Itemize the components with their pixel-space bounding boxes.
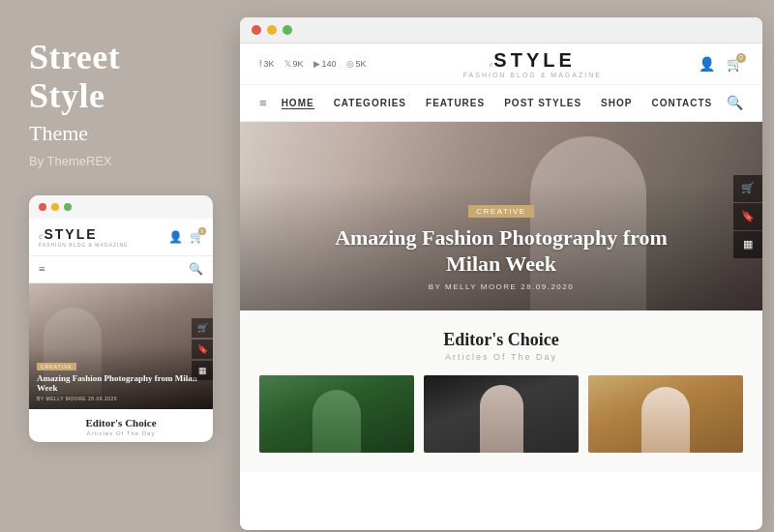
mobile-hero-overlay: CREATIVE Amazing Fashion Photography fro… — [29, 347, 213, 410]
mobile-user-icon[interactable]: 👤 — [168, 230, 182, 244]
social-youtube[interactable]: ▶ 140 — [313, 59, 337, 69]
article-image-3 — [588, 375, 743, 453]
mobile-logo-text: STYLE — [44, 226, 97, 242]
mobile-header: e STYLE FASHION BLOG & MAGAZINE 👤 🛒 0 — [29, 219, 213, 256]
left-panel: Street Style Theme By ThemeREX e STYLE F… — [0, 0, 232, 532]
mobile-creative-badge: CREATIVE — [37, 363, 76, 370]
desktop-nav: ≡ HOME CATEGORIES FEATURES POST STYLES S… — [240, 85, 762, 122]
mobile-hero: CREATIVE Amazing Fashion Photography fro… — [29, 283, 213, 409]
hamburger-icon[interactable]: ≡ — [259, 96, 267, 111]
mobile-logo-area: e STYLE FASHION BLOG & MAGAZINE — [39, 226, 128, 248]
mobile-editors-title: Editor's Choice — [29, 409, 213, 430]
theme-title: Street Style — [29, 39, 120, 115]
social-links: f 3K 𝕏 9K ▶ 140 ◎ 5K — [259, 59, 367, 69]
article-card-2[interactable] — [424, 375, 579, 453]
twitter-icon: 𝕏 — [284, 59, 291, 69]
mobile-hero-title: Amazing Fashion Photography from Milan W… — [37, 373, 205, 395]
article-card-1[interactable] — [259, 375, 414, 453]
nav-categories[interactable]: CATEGORIES — [334, 98, 406, 108]
logo-italic-mark: e — [490, 60, 493, 69]
nav-links: HOME CATEGORIES FEATURES POST STYLES SHO… — [282, 98, 713, 109]
nav-features[interactable]: FEATURES — [426, 98, 485, 108]
desktop-sidebar-icons: 🛒 🔖 ▦ — [733, 175, 762, 258]
mobile-dot-red — [39, 203, 46, 211]
desktop-logo-area: e STYLE FASHION BLOG & MAGAZINE — [463, 49, 602, 78]
desktop-side-icon-share[interactable]: 🛒 — [733, 175, 762, 202]
mobile-nav-bar: ≡ 🔍 — [29, 256, 213, 283]
mobile-mockup: e STYLE FASHION BLOG & MAGAZINE 👤 🛒 0 ≡ … — [29, 195, 213, 442]
nav-post-styles[interactable]: POST STYLES — [504, 98, 581, 108]
desktop-logo-text: STYLE — [493, 49, 575, 72]
editors-choice-subtitle: Articles Of The Day — [259, 352, 743, 362]
instagram-icon: ◎ — [346, 59, 354, 69]
editors-choice-section: Editor's Choice Articles Of The Day — [240, 310, 762, 472]
desktop-top-strip: f 3K 𝕏 9K ▶ 140 ◎ 5K e — [240, 44, 762, 85]
editors-choice-title: Editor's Choice — [259, 330, 743, 350]
mobile-top-bar — [29, 195, 213, 219]
article-image-1 — [259, 375, 414, 453]
mobile-hero-meta: BY MELLY MOORE 28.09.2020 — [37, 396, 205, 401]
desktop-hero-meta: BY MELLY MOORE 28.09.2020 — [269, 282, 733, 291]
nav-home[interactable]: HOME — [282, 98, 314, 109]
desktop-site: f 3K 𝕏 9K ▶ 140 ◎ 5K e — [240, 44, 762, 529]
social-twitter[interactable]: 𝕏 9K — [284, 59, 304, 69]
browser-dot-green[interactable] — [283, 25, 292, 35]
facebook-icon: f — [259, 59, 262, 69]
mobile-side-icon-grid[interactable]: ▦ — [192, 361, 213, 380]
desktop-header-icons: 👤 🛒 0 — [699, 56, 743, 73]
mobile-search-icon[interactable]: 🔍 — [189, 262, 203, 277]
mobile-header-icons: 👤 🛒 0 — [168, 230, 203, 244]
desktop-side-icon-grid[interactable]: ▦ — [733, 231, 762, 258]
desktop-cart-icon[interactable]: 🛒 0 — [727, 56, 743, 73]
mobile-cart-icon[interactable]: 🛒 0 — [190, 230, 203, 244]
social-instagram[interactable]: ◎ 5K — [346, 59, 367, 69]
article-grid — [259, 375, 743, 453]
nav-contacts[interactable]: CONTACTS — [651, 98, 712, 108]
desktop-user-icon[interactable]: 👤 — [699, 56, 715, 73]
desktop-logo-tagline: FASHION BLOG & MAGAZINE — [463, 72, 602, 78]
desktop-browser: f 3K 𝕏 9K ▶ 140 ◎ 5K e — [240, 17, 762, 530]
browser-top-bar — [240, 17, 762, 44]
desktop-creative-badge: CREATIVE — [468, 205, 533, 218]
desktop-side-icon-bookmark[interactable]: 🔖 — [733, 203, 762, 230]
mobile-sidebar-icons: 🛒 🔖 ▦ — [192, 318, 213, 380]
mobile-side-icon-bookmark[interactable]: 🔖 — [192, 340, 213, 359]
nav-shop[interactable]: SHOP — [601, 98, 632, 108]
desktop-hero-title[interactable]: Amazing Fashion Photography from Milan W… — [317, 225, 685, 277]
mobile-hamburger-icon[interactable]: ≡ — [39, 262, 45, 277]
desktop-hero: CREATIVE Amazing Fashion Photography fro… — [240, 122, 762, 310]
browser-dot-yellow[interactable] — [267, 25, 277, 35]
article-card-3[interactable] — [588, 375, 743, 453]
theme-by: By ThemeREX — [29, 154, 112, 168]
mobile-editors-sub: Articles Of The Day — [29, 430, 213, 442]
search-icon[interactable]: 🔍 — [727, 95, 743, 111]
theme-subtitle: Theme — [29, 121, 88, 146]
mobile-side-icon-share[interactable]: 🛒 — [192, 318, 213, 338]
social-facebook[interactable]: f 3K — [259, 59, 275, 69]
mobile-logo-tagline: FASHION BLOG & MAGAZINE — [39, 242, 128, 248]
article-image-2 — [424, 375, 579, 453]
youtube-icon: ▶ — [313, 59, 320, 69]
desktop-hero-overlay: CREATIVE Amazing Fashion Photography fro… — [240, 181, 762, 310]
mobile-dot-yellow — [51, 203, 59, 211]
mobile-dot-green — [64, 203, 72, 211]
browser-dot-red[interactable] — [252, 25, 261, 35]
